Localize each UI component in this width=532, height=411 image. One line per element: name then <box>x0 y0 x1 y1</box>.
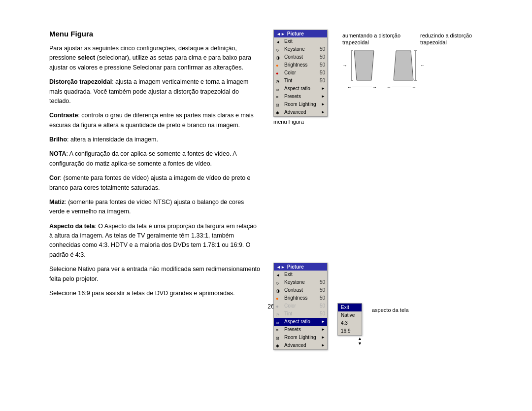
trap-bottom-arrows: ← → ← → <box>342 85 472 90</box>
menu-nav-arrows: ◄► <box>276 32 285 36</box>
aspect-arrow: ► <box>321 86 325 91</box>
keystone-label: Keystone <box>284 46 305 53</box>
tint-value: 50 <box>315 77 325 84</box>
menu-item-exit-top[interactable]: Exit <box>274 37 327 45</box>
submenu-item-native[interactable]: Native <box>338 311 362 319</box>
contrast-value-bottom: 50 <box>315 287 325 294</box>
trapezoid-increase-shape <box>349 48 379 83</box>
trap-increasing: → <box>342 48 379 83</box>
exit-label: Exit <box>284 38 293 45</box>
brightness-label: Brightness <box>284 62 307 68</box>
menu-item-brightness-top[interactable]: Brightness 50 <box>274 61 327 69</box>
color-label-bottom: Color <box>284 303 296 309</box>
reduzindo-label: reduzindo a distorção trapezoidal <box>420 32 472 46</box>
distorcao-paragraph: Distorção trapezoidal: ajusta a imagem v… <box>49 77 261 106</box>
page-container: Menu Figura Para ajustar as seguintes ci… <box>0 0 532 411</box>
menu-item-aspect-bottom[interactable]: Aspect ratio ► <box>274 318 327 326</box>
left-column: Menu Figura Para ajustar as seguintes ci… <box>49 30 261 303</box>
keystone-value: 50 <box>315 46 325 53</box>
aspect-label: Aspect ratio <box>284 85 310 92</box>
bottom-right-area: ◄► Picture Exit Keystone 50 <box>273 263 520 350</box>
trap-arrow-indicator-left: ← → <box>347 85 377 90</box>
advanced-arrow: ► <box>321 109 325 115</box>
menu-item-advanced-bottom[interactable]: Advanced ► <box>274 342 327 349</box>
color-label: Color <box>284 69 296 76</box>
tint-label: Tint <box>284 77 292 84</box>
submenu-item-exit[interactable]: Exit <box>338 304 362 311</box>
trap-decreasing: ← <box>389 48 425 83</box>
top-right-area: ◄► Picture Exit Keystone 50 <box>273 30 520 125</box>
submenu-item-169[interactable]: 16:9 <box>338 327 362 335</box>
contraste-paragraph: Contraste: controla o grau de diferença … <box>49 111 261 130</box>
contrast-icon <box>276 54 283 60</box>
tint-icon-bottom <box>276 311 283 317</box>
menu-item-tint-top[interactable]: Tint 50 <box>274 77 327 85</box>
menu-item-advanced-top[interactable]: Advanced ► <box>274 108 327 116</box>
aumentando-label: aumentando a distorção trapezoidal <box>342 32 400 46</box>
color-icon <box>276 70 283 76</box>
menu-item-color-top[interactable]: Color 50 <box>274 69 327 77</box>
menu-item-roomlighting-top[interactable]: Room Lighting ► <box>274 101 327 108</box>
brightness-icon <box>276 62 283 68</box>
menu-title-top: Picture <box>287 31 304 36</box>
presets-icon <box>276 94 283 100</box>
menu-item-contrast-bottom[interactable]: Contrast 50 <box>274 286 327 294</box>
presets-arrow-bottom: ► <box>321 327 325 332</box>
menu-title-bar-top: ◄► Picture <box>274 30 327 37</box>
menu-item-tint-bottom[interactable]: Tint 50 <box>274 310 327 318</box>
nota-paragraph: NOTA: A configuração da cor aplica-se so… <box>49 149 261 169</box>
advanced-icon-bottom <box>276 342 283 348</box>
advanced-label-bottom: Advanced <box>284 342 306 349</box>
aspect-submenu: Exit Native 4:3 16:9 <box>337 303 362 336</box>
menu-item-aspect-top[interactable]: Aspect ratio ► <box>274 85 327 93</box>
aspect-label-bottom: Aspect ratio <box>284 318 310 325</box>
roomlighting-label: Room Lighting <box>284 101 316 108</box>
advanced-label: Advanced <box>284 109 306 116</box>
menu-item-brightness-bottom[interactable]: Brightness 50 <box>274 294 327 302</box>
aspecto-paragraph: Aspecto da tela: O Aspecto da tela é uma… <box>49 222 261 260</box>
presets-label: Presets <box>284 93 301 100</box>
menu-item-roomlighting-bottom[interactable]: Room Lighting ► <box>274 334 327 342</box>
exit-label-bottom: Exit <box>284 271 293 278</box>
menu-item-presets-top[interactable]: Presets ► <box>274 93 327 101</box>
presets-label-bottom: Presets <box>284 326 301 333</box>
keystone-value-bottom: 50 <box>315 279 325 286</box>
menu-item-presets-bottom[interactable]: Presets ► <box>274 326 327 334</box>
keystone-label-bottom: Keystone <box>284 279 305 286</box>
menu-title-bottom: Picture <box>287 264 304 270</box>
menu-item-contrast-top[interactable]: Contrast 50 <box>274 53 327 61</box>
keystone-icon <box>276 46 283 52</box>
aspect-icon <box>276 86 283 92</box>
brightness-value: 50 <box>315 62 325 68</box>
cor-paragraph: Cor: (somente para fontes de vídeo) ajus… <box>49 173 261 193</box>
contrast-label-bottom: Contrast <box>284 287 303 294</box>
menu-mockup-bottom: ◄► Picture Exit Keystone 50 <box>273 263 328 350</box>
menu-mockup-top: ◄► Picture Exit Keystone 50 <box>273 30 328 117</box>
aspecto-da-tela-caption: aspecto da tela <box>372 307 409 313</box>
aspect-icon-bottom <box>276 319 283 325</box>
menu-item-keystone-bottom[interactable]: Keystone 50 <box>274 278 327 286</box>
brightness-value-bottom: 50 <box>315 295 325 302</box>
169-paragraph: Selecione 16:9 para assistir a telas de … <box>49 289 261 298</box>
picture-menu-bottom: ◄► Picture Exit Keystone 50 <box>273 263 328 350</box>
menu-figura-caption: menu Figura <box>273 119 328 125</box>
right-column: ◄► Picture Exit Keystone 50 <box>273 30 520 350</box>
menu-title-bar-bottom: ◄► Picture <box>274 263 327 271</box>
exit-icon-bottom <box>276 272 283 277</box>
color-value: 50 <box>315 69 325 76</box>
intro-paragraph: Para ajustar as seguintes cinco configur… <box>49 44 261 72</box>
submenu-item-43[interactable]: 4:3 <box>338 319 362 327</box>
color-value-bottom: 50 <box>315 303 325 309</box>
menu-item-exit-bottom[interactable]: Exit <box>274 271 327 278</box>
trapezoid-labels-row: aumentando a distorção trapezoidal reduz… <box>342 32 472 46</box>
menu-item-color-bottom[interactable]: ● Color 50 <box>274 302 327 310</box>
contrast-icon-bottom <box>276 287 283 293</box>
picture-menu-top: ◄► Picture Exit Keystone 50 <box>273 30 328 125</box>
brilho-paragraph: Brilho: altera a intensidade da imagem. <box>49 135 261 144</box>
menu-nav-arrows-bottom: ◄► <box>276 265 285 270</box>
tint-value-bottom: 50 <box>315 310 325 317</box>
menu-item-keystone-top[interactable]: Keystone 50 <box>274 45 327 53</box>
tint-label-bottom: Tint <box>284 310 292 317</box>
tint-icon <box>276 78 283 84</box>
submenu-container: Exit Native 4:3 16:9 ▲▼ <box>337 303 362 346</box>
